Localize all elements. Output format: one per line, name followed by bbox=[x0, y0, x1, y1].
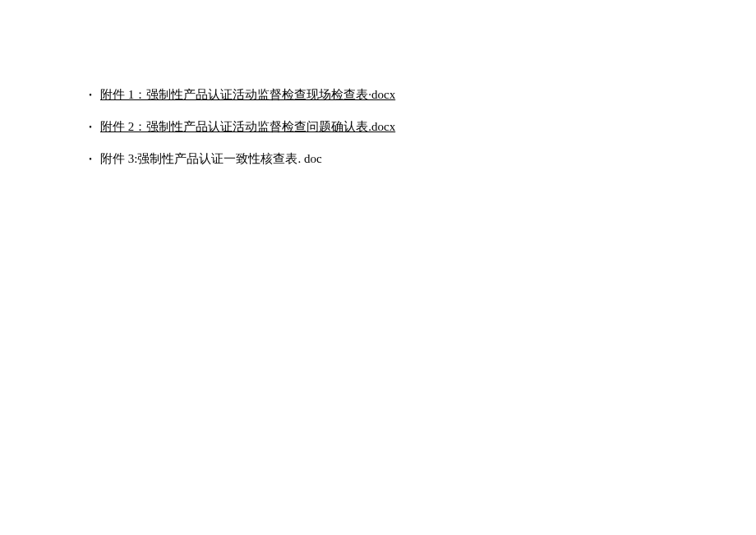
list-item: • 附件 2：强制性产品认证活动监督检查问题确认表.docx bbox=[82, 118, 756, 136]
bullet-icon: • bbox=[82, 90, 99, 101]
attachment-link[interactable]: 附件 2：强制性产品认证活动监督检查问题确认表.docx bbox=[100, 118, 395, 136]
bullet-icon: • bbox=[82, 122, 99, 133]
attachment-text: 附件 3:强制性产品认证一致性核查表. doc bbox=[100, 150, 322, 168]
list-item: • 附件 3:强制性产品认证一致性核查表. doc bbox=[82, 150, 756, 168]
attachment-list: • 附件 1：强制性产品认证活动监督检查现场检查表·docx • 附件 2：强制… bbox=[82, 86, 756, 168]
attachment-link[interactable]: 附件 1：强制性产品认证活动监督检查现场检查表·docx bbox=[100, 86, 395, 104]
list-item: • 附件 1：强制性产品认证活动监督检查现场检查表·docx bbox=[82, 86, 756, 104]
bullet-icon: • bbox=[82, 154, 99, 165]
